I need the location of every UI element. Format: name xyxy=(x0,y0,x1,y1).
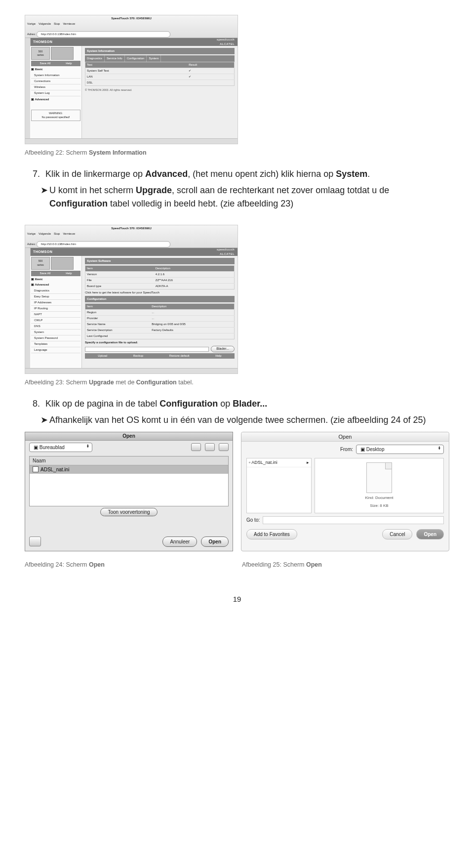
sidebar-item[interactable]: System xyxy=(31,330,80,335)
restore-action[interactable]: Restore default xyxy=(169,354,190,358)
td: Provider xyxy=(85,315,151,321)
address-bar[interactable]: http://10.0.0.138/index.htm xyxy=(37,31,170,38)
sidebar-item[interactable]: NAPT xyxy=(31,312,80,318)
dialog-title: Open xyxy=(241,432,449,442)
sidebar-item[interactable]: Connections xyxy=(31,79,80,84)
people-image xyxy=(51,257,74,270)
th: Description xyxy=(154,265,235,271)
tab[interactable]: System xyxy=(147,55,161,62)
tab[interactable]: Configuration xyxy=(125,55,147,62)
brand-thomson: THOMSON xyxy=(33,249,52,255)
help-link[interactable]: Help xyxy=(66,271,72,276)
td: Bridging on 0/35 and 0/35 xyxy=(150,321,234,327)
sidebar-item[interactable]: DNS xyxy=(31,324,80,330)
sidebar-item[interactable]: Diagnostics xyxy=(31,288,80,294)
sidebar-group-advanced[interactable]: Advanced xyxy=(35,283,49,286)
open-button[interactable]: Open xyxy=(416,529,444,539)
td: File xyxy=(85,277,154,283)
sidebar-item[interactable]: System Password xyxy=(31,335,80,341)
from-selector[interactable]: ▣ Desktop xyxy=(356,445,444,454)
th-test: Test xyxy=(85,62,188,68)
td: Service Name xyxy=(85,321,151,327)
figure-25-caption: Afbeelding 25: Scherm Open xyxy=(242,560,449,570)
td: Version xyxy=(85,271,154,277)
nav-icon[interactable] xyxy=(219,443,229,451)
sidebar-item[interactable]: System Information xyxy=(31,73,80,79)
sidebar-group-basic[interactable]: Basic xyxy=(35,278,43,281)
tab[interactable]: Service Info xyxy=(105,55,125,62)
td: ... xyxy=(150,315,234,321)
panel-title: System Information xyxy=(85,48,235,54)
step-8: Klik op de pagina in de tabel Configurat… xyxy=(42,397,449,411)
cancel-button[interactable]: Cancel xyxy=(382,529,412,539)
sidebar-group-advanced[interactable]: Advanced xyxy=(35,98,49,101)
statusbar xyxy=(25,368,237,373)
series-badge: 500 series xyxy=(31,47,50,60)
sidebar-item[interactable]: IP Routing xyxy=(31,306,80,312)
tab[interactable]: Diagnostics xyxy=(85,55,105,62)
td: Last Configured xyxy=(85,333,151,339)
help-action[interactable]: Help xyxy=(215,354,221,358)
address-bar[interactable]: http://10.0.0.138/index.htm xyxy=(37,241,170,248)
sidebar-item[interactable]: CWLP xyxy=(31,318,80,324)
upload-action[interactable]: Upload xyxy=(98,354,107,358)
statusbar xyxy=(25,138,237,144)
nav-icon[interactable] xyxy=(205,443,215,451)
td: ... xyxy=(150,309,234,315)
panel-title-configuration: Configuration xyxy=(85,296,235,302)
cancel-button[interactable]: Annuleer xyxy=(162,537,197,547)
sidebar-item[interactable]: Templates xyxy=(31,341,80,347)
chevron-right-icon: ▸ xyxy=(307,459,309,466)
window-title: SpeedTouch 570: 0345E690J xyxy=(27,226,236,231)
file-name: ADSL_nat.ini xyxy=(40,466,69,473)
nav-icon[interactable] xyxy=(191,443,201,451)
save-all-link[interactable]: Save All xyxy=(40,61,50,66)
backup-action[interactable]: Backup xyxy=(133,354,143,358)
save-all-link[interactable]: Save All xyxy=(40,271,50,276)
figure-24-dialog: Open ▣ Bureaublad Naam ADSL_nat.ini Toon… xyxy=(25,432,233,551)
add-favorites-button[interactable]: Add to Favorites xyxy=(246,529,297,539)
brand-speedtouch: speedtouch ALCATEL xyxy=(217,248,235,256)
file-column[interactable]: ▫ ADSL_nat.ini ▸ xyxy=(246,458,312,513)
step-list: Klik in de linkermarge op Advanced, (het… xyxy=(25,167,449,181)
sidebar: 500 series Save All Help ▣ Basic System … xyxy=(30,46,82,144)
sidebar-item[interactable]: Wireless xyxy=(31,84,80,90)
software-link[interactable]: Click here to get the latest software fo… xyxy=(85,289,235,296)
upload-field[interactable] xyxy=(85,347,209,352)
td: Board type xyxy=(85,283,154,289)
figure-22-caption: Afbeelding 22: Scherm System Information xyxy=(25,148,449,158)
browser-chrome: SpeedTouch 570: 0345E690J VorigeVolgende… xyxy=(25,225,237,248)
file-row[interactable]: ADSL_nat.ini xyxy=(30,465,228,474)
main-panel: System Software ItemDescription Version4… xyxy=(82,256,237,373)
panel-title-software: System Software xyxy=(85,258,235,264)
configuration-table: ItemDescription Region... Provider... Se… xyxy=(85,303,235,339)
open-button[interactable]: Open xyxy=(201,537,229,547)
brand-bar: THOMSON speedtouch ALCATEL xyxy=(30,38,237,46)
sidebar-item[interactable]: IP Addresses xyxy=(31,300,80,306)
browse-button[interactable]: Blader... xyxy=(211,346,235,353)
sidebar-group-basic[interactable]: Basic xyxy=(35,68,43,71)
size-label: Size: 8 KB xyxy=(370,503,388,509)
preview-button[interactable]: Toon voorvertoning xyxy=(100,508,157,516)
sidebar-item[interactable]: Easy Setup xyxy=(31,294,80,300)
sidebar-item[interactable]: Language xyxy=(31,347,80,353)
goto-input[interactable] xyxy=(263,516,444,524)
location-selector[interactable]: ▣ Bureaublad xyxy=(29,443,92,452)
td: Factory Defaults xyxy=(150,327,234,333)
figure-22-screenshot: SpeedTouch 570: 0345E690J VorigeVolgende… xyxy=(25,15,238,144)
series-badge: 500 series xyxy=(31,257,50,270)
location-label: Bureaublad xyxy=(40,445,65,450)
sidebar-item[interactable]: System Log xyxy=(31,90,80,96)
help-link[interactable]: Help xyxy=(66,61,72,66)
sidebar: 500 series Save All Help ▣ Basic ▣ Advan… xyxy=(30,256,82,373)
from-value: Desktop xyxy=(366,447,385,452)
brand-thomson: THOMSON xyxy=(33,40,52,45)
folder-icon: ▣ xyxy=(360,447,365,452)
software-table: ItemDescription Version4.2.1.6 FileZZ**A… xyxy=(85,265,235,289)
main-panel: System Information Diagnostics Service I… xyxy=(82,46,237,144)
file-row[interactable]: ▫ ADSL_nat.ini ▸ xyxy=(247,458,311,468)
file-list[interactable]: Naam ADSL_nat.ini xyxy=(29,456,229,506)
help-icon[interactable] xyxy=(29,537,41,546)
brand-speedtouch: speedtouch ALCATEL xyxy=(217,38,235,46)
document-icon xyxy=(366,462,392,493)
